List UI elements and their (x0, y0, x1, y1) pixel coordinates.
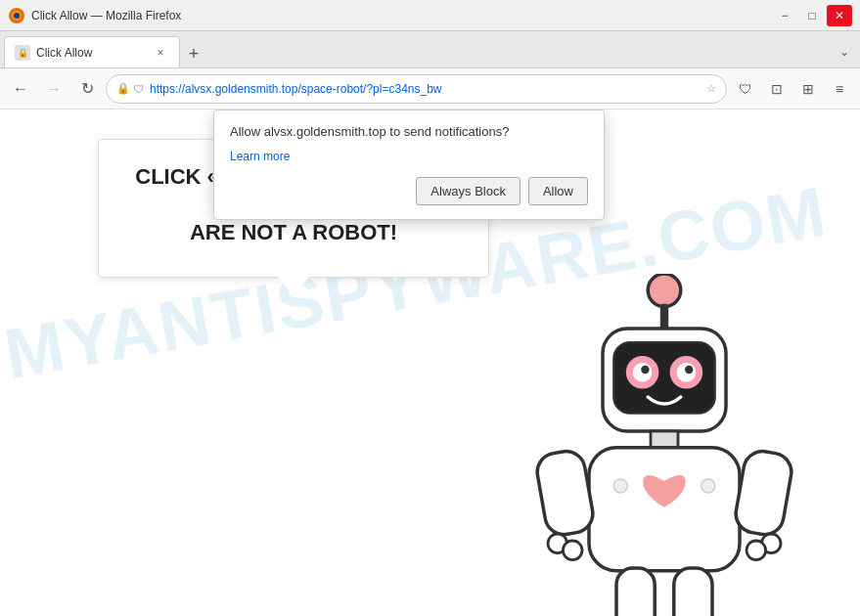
svg-point-20 (563, 541, 582, 560)
svg-rect-24 (674, 568, 712, 616)
svg-point-3 (648, 274, 681, 307)
svg-point-12 (685, 366, 693, 374)
firefox-logo-icon (8, 7, 25, 24)
forward-button[interactable]: → (39, 74, 68, 104)
back-button[interactable]: ← (6, 74, 35, 104)
allow-button[interactable]: Allow (528, 177, 588, 205)
title-bar-left: Click Allow — Mozilla Firefox (8, 7, 181, 24)
tab-list-button[interactable]: ⌄ (833, 40, 856, 64)
extensions-button[interactable]: ⊞ (793, 74, 823, 104)
svg-point-11 (641, 366, 649, 374)
always-block-button[interactable]: Always Block (416, 177, 521, 205)
headline-line2: ARE NOT A ROBOT! (190, 220, 397, 244)
url-text: https://alvsx.goldensmith.top/space-robo… (150, 82, 701, 96)
address-icons-left: 🔒 🛡 (116, 82, 144, 95)
window-title: Click Allow — Mozilla Firefox (31, 9, 181, 22)
new-tab-button[interactable]: + (180, 40, 207, 67)
svg-point-2 (14, 13, 20, 19)
learn-more-link[interactable]: Learn more (230, 150, 290, 163)
svg-point-16 (702, 479, 715, 493)
active-tab[interactable]: 🔒 Click Allow × (4, 36, 180, 67)
nav-bar: ← → ↻ 🔒 🛡 https://alvsx.goldensmith.top/… (0, 68, 860, 110)
svg-rect-23 (616, 568, 655, 616)
nav-right-buttons: 🛡 ⊡ ⊞ ≡ (731, 74, 854, 104)
overflow-menu-button[interactable]: ≡ (825, 74, 854, 104)
page-content: MYANTISPYWARE.COM CLICK «ALLOW» TO CONFI… (0, 110, 860, 616)
bookmark-icon[interactable]: ☆ (706, 82, 716, 95)
notification-popup: Allow alvsx.goldensmith.top to send noti… (213, 110, 605, 220)
svg-rect-17 (534, 449, 596, 538)
notification-question: Allow alvsx.goldensmith.top to send noti… (230, 124, 588, 139)
tab-bar-right: ⌄ (833, 40, 856, 67)
tab-close-button[interactable]: × (152, 44, 169, 62)
reload-button[interactable]: ↻ (72, 74, 102, 104)
close-button[interactable]: ✕ (827, 5, 852, 26)
restore-button[interactable]: □ (799, 5, 825, 26)
title-bar: Click Allow — Mozilla Firefox − □ ✕ (0, 0, 860, 31)
tab-title: Click Allow (36, 46, 146, 60)
svg-rect-13 (651, 431, 678, 448)
svg-rect-18 (733, 449, 794, 538)
shield-icon: 🛡 (133, 83, 144, 95)
svg-point-15 (613, 479, 627, 493)
notification-buttons: Always Block Allow (230, 177, 588, 205)
robot-illustration (527, 274, 801, 616)
address-icons-right: ☆ (706, 82, 716, 95)
address-bar[interactable]: 🔒 🛡 https://alvsx.goldensmith.top/space-… (106, 74, 727, 104)
pocket-button[interactable]: ⊡ (762, 74, 792, 104)
svg-point-22 (747, 541, 766, 560)
shield-nav-button[interactable]: 🛡 (731, 74, 760, 104)
svg-rect-14 (589, 448, 740, 571)
lock-icon: 🔒 (116, 82, 130, 95)
window-controls: − □ ✕ (772, 5, 852, 26)
robot-svg (527, 274, 801, 616)
tab-bar: 🔒 Click Allow × + ⌄ (0, 31, 860, 68)
tab-favicon-icon: 🔒 (15, 45, 30, 61)
minimize-button[interactable]: − (772, 5, 797, 26)
